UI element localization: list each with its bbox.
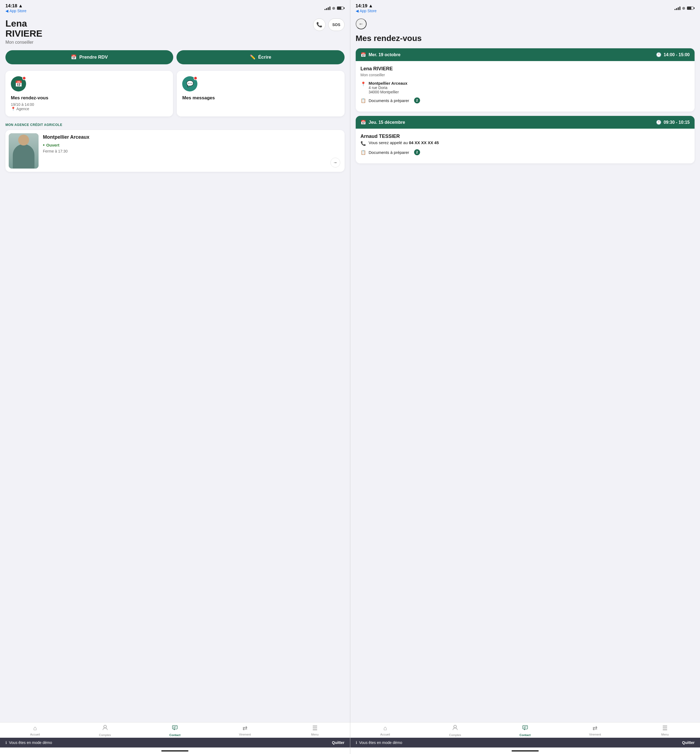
advisor-action-buttons: 📞 SOS <box>313 19 345 31</box>
person-body <box>13 144 34 169</box>
appt-location-text-1: Montpellier Arceaux 4 rue Doria 34000 Mo… <box>369 81 408 94</box>
rdv-card[interactable]: 📅 Mes rendez-vous 19/10 à 14:00 📍 Agence <box>5 71 173 116</box>
prendre-rdv-button[interactable]: 📅 Prendre RDV <box>5 50 173 64</box>
nav-virement-2[interactable]: ⇄ Virement <box>587 725 603 737</box>
transfer-icon-2: ⇄ <box>592 725 597 732</box>
wifi-icon-1: ⊛ <box>332 6 335 10</box>
docs-icon-1: 📋 <box>361 98 366 103</box>
bottom-nav-2: ⌂ Accueil Comptes Contact ⇄ Virement ☰ <box>350 722 700 738</box>
appt-address2-1: 34000 Montpellier <box>369 90 408 94</box>
demo-text-2: Vous êtes en mode démo <box>359 740 402 745</box>
docs-label-1: Documents à préparer <box>369 98 409 103</box>
advisor-name-block: Lena RIVIERE Mon conseiller <box>5 19 42 45</box>
nav-comptes-2[interactable]: Comptes <box>447 725 463 737</box>
phone-icon-2: 📞 <box>361 141 366 146</box>
ecrire-button[interactable]: ✏️ Écrire <box>177 50 344 64</box>
action-buttons-row: 📅 Prendre RDV ✏️ Écrire <box>5 50 345 64</box>
last-name-text: RIVIERE <box>5 28 42 39</box>
quit-button-1[interactable]: Quitter <box>332 740 345 745</box>
nav-comptes-1[interactable]: Comptes <box>97 725 113 737</box>
nav-contact-1[interactable]: Contact <box>167 725 183 737</box>
signal-icon-1 <box>325 6 330 10</box>
docs-icon-2: 📋 <box>361 150 366 155</box>
demo-bar-left-2: ℹ Vous êtes en mode démo <box>356 740 402 745</box>
messages-card[interactable]: 💬 Mes messages <box>177 71 344 116</box>
quit-button-2[interactable]: Quitter <box>682 740 695 745</box>
phone-label-2: Vous serez appelé au <box>369 140 408 145</box>
nav-accueil-2[interactable]: ⌂ Accueil <box>377 725 393 737</box>
app-store-back-2[interactable]: ◀ App Store <box>356 9 377 13</box>
docs-label-2: Documents à préparer <box>369 150 409 155</box>
sos-button[interactable]: SOS <box>328 19 345 31</box>
home-indicator-1 <box>0 748 350 754</box>
appt-time-2: 09:30 - 10:15 <box>664 120 690 125</box>
agency-info: Montpellier Arceaux Ouvert Ferme à 17:30 <box>42 130 345 172</box>
chevron-left-icon-1: ◀ <box>5 9 8 13</box>
status-right-1: ⊛ <box>325 6 345 10</box>
appt-advisor-role-1: Mon conseiller <box>361 73 690 77</box>
rdv-icon-wrapper: 📅 <box>11 76 26 92</box>
home-bar-2 <box>512 750 539 752</box>
docs-badge-1: 2 <box>414 97 420 103</box>
nav-menu-1[interactable]: ☰ Menu <box>307 725 323 737</box>
app-store-back-1[interactable]: ◀ App Store <box>5 9 27 13</box>
open-status: Ouvert <box>43 142 340 148</box>
transfer-icon-1: ⇄ <box>242 725 247 732</box>
nav-contact-2[interactable]: Contact <box>517 725 533 737</box>
nav-virement-1[interactable]: ⇄ Virement <box>237 725 253 737</box>
page-title-rdv: Mes rendez-vous <box>356 34 695 43</box>
clock-icon-2: 🕐 <box>656 120 661 125</box>
appt-body-1: Lena RIVIERE Mon conseiller 📍 Montpellie… <box>356 61 695 112</box>
phone-icon: 📞 <box>316 22 322 28</box>
advisor-first-name: Lena RIVIERE <box>5 19 42 39</box>
time-text-1: 14:18 <box>5 3 17 9</box>
appt-location-name-1: Montpellier Arceaux <box>369 81 408 86</box>
agency-photo <box>9 133 39 169</box>
appt-docs-detail-2: 📋 Documents à préparer 2 <box>361 149 690 155</box>
agency-card[interactable]: Montpellier Arceaux Ouvert Ferme à 17:30… <box>5 130 345 172</box>
rdv-notification-dot <box>22 76 26 80</box>
signal-icon-2 <box>675 6 680 10</box>
info-icon-1: ℹ <box>5 740 7 745</box>
calendar-header-icon-2: 📅 <box>361 120 366 125</box>
time-text-2: 14:19 <box>356 3 367 9</box>
close-time-text: Ferme à 17:30 <box>43 149 340 153</box>
person-head <box>18 134 29 145</box>
status-left-1: 14:18 ▲ ◀ App Store <box>5 3 27 13</box>
battery-icon-1 <box>337 6 345 10</box>
back-arrow-icon: ← <box>359 21 364 27</box>
call-button[interactable]: 📞 <box>313 19 325 31</box>
screen-2: 14:19 ▲ ◀ App Store ⊛ <box>350 0 700 754</box>
menu-icon-1: ☰ <box>312 725 318 732</box>
appointment-card-2[interactable]: 📅 Jeu. 15 décembre 🕐 09:30 - 10:15 Arnau… <box>356 116 695 163</box>
agency-name-text: Montpellier Arceaux <box>43 134 340 140</box>
svg-rect-3 <box>523 726 528 729</box>
messages-card-title: Mes messages <box>182 95 339 101</box>
battery-icon-2 <box>687 6 695 10</box>
agency-arrow-button[interactable]: → <box>330 158 340 167</box>
appt-docs-detail-1: 📋 Documents à préparer 2 <box>361 97 690 103</box>
nav-menu-2[interactable]: ☰ Menu <box>657 725 673 737</box>
nav-accueil-1[interactable]: ⌂ Accueil <box>27 725 43 737</box>
messages-icon-wrapper: 💬 <box>182 76 197 92</box>
appt-day-1: Mer. 19 octobre <box>369 52 400 57</box>
chat-icon: 💬 <box>186 80 194 87</box>
status-bar-2: 14:19 ▲ ◀ App Store ⊛ <box>350 0 700 14</box>
home-icon-2: ⌂ <box>383 725 387 732</box>
appointment-card-1[interactable]: 📅 Mer. 19 octobre 🕐 14:00 - 15:00 Lena R… <box>356 48 695 112</box>
appt-header-2: 📅 Jeu. 15 décembre 🕐 09:30 - 10:15 <box>356 116 695 129</box>
appt-header-left-2: 📅 Jeu. 15 décembre <box>361 120 405 125</box>
back-button[interactable]: ← <box>356 19 367 29</box>
nav-menu-label-1: Menu <box>311 733 319 736</box>
pen-icon-btn: ✏️ <box>250 54 256 60</box>
appt-time-1: 14:00 - 15:00 <box>664 52 690 57</box>
demo-bar-2: ℹ Vous êtes en mode démo Quitter <box>350 738 700 748</box>
demo-bar-left-1: ℹ Vous êtes en mode démo <box>5 740 52 745</box>
calendar-icon: 📅 <box>15 80 22 87</box>
svg-point-2 <box>454 725 456 728</box>
open-status-text: Ouvert <box>46 143 59 147</box>
appt-header-right-1: 🕐 14:00 - 15:00 <box>656 52 690 57</box>
nav-contact-label-1: Contact <box>169 734 181 737</box>
location-arrow-1: ▲ <box>18 3 23 9</box>
chevron-left-icon-2: ◀ <box>356 9 359 13</box>
